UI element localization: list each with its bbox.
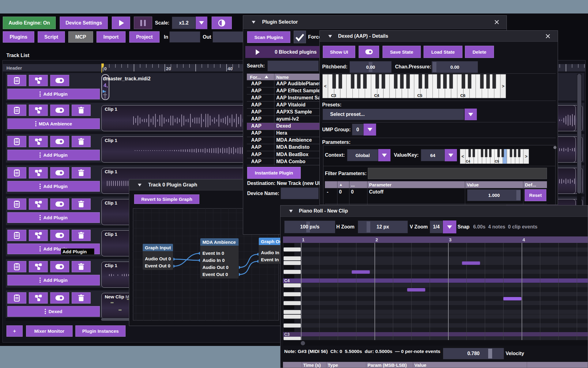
svg-text:<: < [462, 154, 464, 159]
svg-text:C5: C5 [495, 159, 499, 163]
svg-text:20: 20 [166, 66, 171, 71]
svg-text:C3: C3 [331, 93, 336, 98]
svg-text:40: 40 [228, 66, 233, 71]
svg-text:>: > [502, 84, 504, 89]
svg-text:C4: C4 [466, 159, 470, 163]
svg-text:<: < [324, 84, 326, 89]
svg-text:C5: C5 [417, 93, 422, 98]
svg-text:C4: C4 [374, 93, 379, 98]
svg-text:>: > [525, 154, 527, 159]
svg-text:C6: C6 [460, 93, 466, 98]
